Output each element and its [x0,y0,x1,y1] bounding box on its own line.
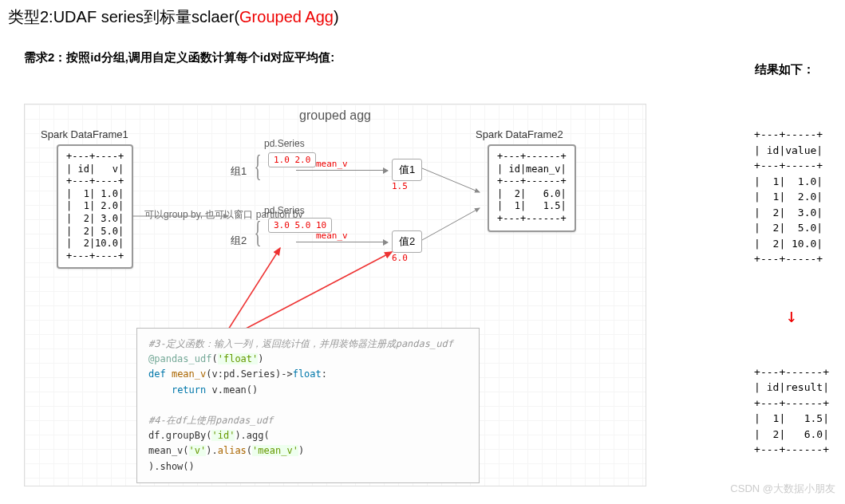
code-sig1: (v:pd.Series)-> [206,368,292,380]
code-def: def [148,368,166,380]
code-body: v.mean() [206,384,258,396]
code-l5f: 'mean_v' [252,445,298,456]
page-title: 类型2:UDAF series到标量sclaer(Grouped Agg) [0,0,845,34]
arrow2 [296,242,388,242]
df1-box: +---+----+ | id| v| +---+----+ | 1| 1.0|… [57,144,133,269]
df2-label: Spark DataFrame2 [476,128,563,140]
code-deco-arg: 'float' [218,353,259,364]
title-red: Grouped Agg [239,8,334,26]
result-label: 结果如下： [755,62,815,77]
code-comment2: #4-在df上使用pandas_udf [148,415,273,426]
code-fn: mean_v [172,368,206,380]
code-l4b: 'id' [211,430,235,441]
diagram-canvas: grouped agg Spark DataFrame1 +---+----+ … [24,104,646,486]
code-comment1: #3-定义函数：输入一列，返回统计值，并用装饰器注册成pandas_udf [148,338,453,349]
code-l4c: ).agg( [235,430,269,441]
title-suffix: ) [334,8,339,26]
code-sig2: : [322,368,327,380]
val1-num: 1.5 [392,181,408,191]
code-l6: ).show() [148,461,195,472]
meanv1-label: mean_v [316,159,348,169]
df2-box: +---+------+ | id|mean_v| +---+------+ |… [488,144,576,232]
title-prefix: 类型2:UDAF series到标量sclaer( [8,8,239,26]
code-rtype: float [293,368,322,380]
result-table2: +---+------+ | id|result| +---+------+ |… [754,364,829,458]
svg-line-3 [224,248,280,336]
code-l5d: alias [218,445,247,456]
val2-num: 6.0 [392,253,408,263]
subtitle: 需求2：按照id分组,调用自定义函数计算每个id对应平均值: [0,34,845,73]
meanv2-label: mean_v [316,230,348,241]
brace1-icon: { [255,148,262,183]
df1-label: Spark DataFrame1 [41,128,128,140]
code-l5b: 'v' [189,445,207,456]
code-l4a: df.groupBy( [148,430,211,441]
series1-box: 1.0 2.0 [268,152,316,167]
val2-box: 值2 [392,230,422,253]
code-return: return [172,384,206,396]
diagram-title: grouped agg [25,104,646,123]
result-table1: +---+-----+ | id|value| +---+-----+ | 1|… [754,127,829,267]
group2-label: 组2 [231,234,247,248]
series2-label: pd.Series [264,205,305,216]
down-arrow-icon: ↓ [754,301,829,330]
svg-line-4 [232,252,392,336]
svg-line-1 [422,168,480,192]
group1-label: 组1 [231,164,247,179]
code-l5g: ) [298,445,304,456]
series1-label: pd.Series [264,138,305,149]
brace2-icon: { [255,215,262,250]
result-tables: +---+-----+ | id|value| +---+-----+ | 1|… [754,96,829,473]
svg-line-2 [422,208,480,240]
arrow1 [296,170,388,171]
code-l5e: ( [247,445,252,456]
watermark: CSDN @大数据小朋友 [730,482,835,496]
code-l5c: ). [206,445,217,456]
code-decorator: @pandas_udf [148,353,211,364]
code-box: #3-定义函数：输入一列，返回统计值，并用装饰器注册成pandas_udf @p… [136,328,480,483]
val1-box: 值1 [392,159,422,181]
code-l5a: mean_v( [148,445,189,456]
